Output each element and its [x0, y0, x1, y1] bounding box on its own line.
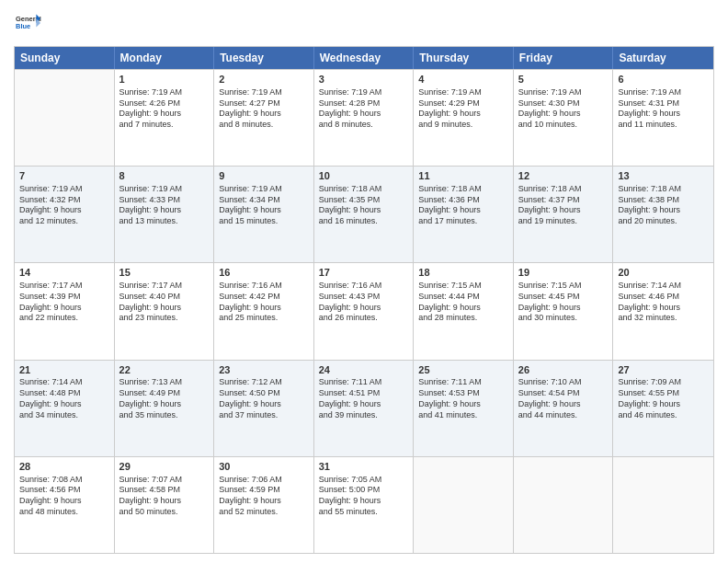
- calendar-row-3: 14Sunrise: 7:17 AM Sunset: 4:39 PM Dayli…: [15, 262, 713, 359]
- cal-cell: 27Sunrise: 7:09 AM Sunset: 4:55 PM Dayli…: [613, 361, 713, 456]
- cal-cell: 19Sunrise: 7:15 AM Sunset: 4:45 PM Dayli…: [514, 263, 614, 359]
- cal-cell: 18Sunrise: 7:15 AM Sunset: 4:44 PM Dayli…: [414, 263, 514, 359]
- calendar-row-1: 1Sunrise: 7:19 AM Sunset: 4:26 PM Daylig…: [15, 69, 713, 166]
- header-cell-thursday: Thursday: [414, 47, 514, 69]
- svg-text:Blue: Blue: [16, 22, 30, 30]
- day-number: 17: [319, 266, 409, 280]
- cal-cell: 11Sunrise: 7:18 AM Sunset: 4:36 PM Dayli…: [414, 167, 514, 262]
- cal-cell: [15, 70, 115, 166]
- day-number: 22: [119, 363, 210, 377]
- cal-cell: 5Sunrise: 7:19 AM Sunset: 4:30 PM Daylig…: [514, 70, 614, 166]
- day-number: 29: [119, 460, 210, 474]
- cell-info: Sunrise: 7:14 AM Sunset: 4:48 PM Dayligh…: [19, 377, 109, 420]
- cal-cell: 14Sunrise: 7:17 AM Sunset: 4:39 PM Dayli…: [15, 263, 115, 359]
- cell-info: Sunrise: 7:15 AM Sunset: 4:45 PM Dayligh…: [518, 281, 609, 324]
- cell-info: Sunrise: 7:19 AM Sunset: 4:30 PM Dayligh…: [518, 87, 609, 131]
- cal-cell: 4Sunrise: 7:19 AM Sunset: 4:29 PM Daylig…: [414, 70, 514, 166]
- header-cell-monday: Monday: [115, 47, 215, 69]
- cell-info: Sunrise: 7:19 AM Sunset: 4:32 PM Dayligh…: [19, 184, 109, 227]
- day-number: 10: [319, 169, 409, 183]
- cell-info: Sunrise: 7:17 AM Sunset: 4:39 PM Dayligh…: [19, 281, 109, 324]
- cal-cell: [414, 457, 514, 553]
- day-number: 11: [418, 169, 508, 183]
- cell-info: Sunrise: 7:18 AM Sunset: 4:36 PM Dayligh…: [418, 184, 508, 227]
- calendar-header: SundayMondayTuesdayWednesdayThursdayFrid…: [15, 47, 713, 69]
- cell-info: Sunrise: 7:16 AM Sunset: 4:43 PM Dayligh…: [319, 281, 409, 324]
- day-number: 9: [219, 169, 309, 183]
- cell-info: Sunrise: 7:19 AM Sunset: 4:33 PM Dayligh…: [119, 184, 210, 227]
- cell-info: Sunrise: 7:19 AM Sunset: 4:28 PM Dayligh…: [319, 87, 409, 131]
- day-number: 6: [618, 73, 709, 86]
- day-number: 24: [319, 363, 409, 377]
- day-number: 21: [19, 363, 109, 377]
- cal-cell: [514, 457, 614, 553]
- header: General Blue: [14, 9, 714, 39]
- calendar-row-2: 7Sunrise: 7:19 AM Sunset: 4:32 PM Daylig…: [15, 166, 713, 262]
- day-number: 30: [219, 460, 309, 474]
- cell-info: Sunrise: 7:07 AM Sunset: 4:58 PM Dayligh…: [119, 475, 210, 518]
- day-number: 27: [618, 363, 709, 377]
- cal-cell: 25Sunrise: 7:11 AM Sunset: 4:53 PM Dayli…: [414, 361, 514, 456]
- cal-cell: 17Sunrise: 7:16 AM Sunset: 4:43 PM Dayli…: [314, 263, 415, 359]
- cal-cell: 24Sunrise: 7:11 AM Sunset: 4:51 PM Dayli…: [314, 361, 415, 456]
- day-number: 31: [319, 460, 409, 474]
- cell-info: Sunrise: 7:11 AM Sunset: 4:53 PM Dayligh…: [418, 377, 508, 420]
- cell-info: Sunrise: 7:10 AM Sunset: 4:54 PM Dayligh…: [518, 377, 609, 420]
- cell-info: Sunrise: 7:18 AM Sunset: 4:37 PM Dayligh…: [518, 184, 609, 227]
- cell-info: Sunrise: 7:19 AM Sunset: 4:26 PM Dayligh…: [119, 87, 210, 131]
- cal-cell: 8Sunrise: 7:19 AM Sunset: 4:33 PM Daylig…: [115, 167, 215, 262]
- cal-cell: 31Sunrise: 7:05 AM Sunset: 5:00 PM Dayli…: [314, 457, 415, 553]
- cal-cell: [613, 457, 713, 553]
- day-number: 20: [618, 266, 709, 280]
- day-number: 8: [119, 169, 210, 183]
- header-cell-friday: Friday: [514, 47, 614, 69]
- cell-info: Sunrise: 7:19 AM Sunset: 4:34 PM Dayligh…: [219, 184, 309, 227]
- calendar-row-4: 21Sunrise: 7:14 AM Sunset: 4:48 PM Dayli…: [15, 360, 713, 456]
- cal-cell: 30Sunrise: 7:06 AM Sunset: 4:59 PM Dayli…: [214, 457, 314, 553]
- cal-cell: 22Sunrise: 7:13 AM Sunset: 4:49 PM Dayli…: [115, 361, 215, 456]
- cell-info: Sunrise: 7:16 AM Sunset: 4:42 PM Dayligh…: [219, 281, 309, 324]
- day-number: 26: [518, 363, 609, 377]
- cal-cell: 28Sunrise: 7:08 AM Sunset: 4:56 PM Dayli…: [15, 457, 115, 553]
- cell-info: Sunrise: 7:15 AM Sunset: 4:44 PM Dayligh…: [418, 281, 508, 324]
- day-number: 28: [19, 460, 109, 474]
- day-number: 13: [618, 169, 709, 183]
- day-number: 25: [418, 363, 508, 377]
- header-cell-sunday: Sunday: [15, 47, 115, 69]
- cell-info: Sunrise: 7:19 AM Sunset: 4:29 PM Dayligh…: [418, 87, 508, 131]
- day-number: 15: [119, 266, 210, 280]
- header-cell-tuesday: Tuesday: [214, 47, 314, 69]
- cal-cell: 1Sunrise: 7:19 AM Sunset: 4:26 PM Daylig…: [115, 70, 215, 166]
- cell-info: Sunrise: 7:18 AM Sunset: 4:35 PM Dayligh…: [319, 184, 409, 227]
- cal-cell: 15Sunrise: 7:17 AM Sunset: 4:40 PM Dayli…: [115, 263, 215, 359]
- day-number: 16: [219, 266, 309, 280]
- cell-info: Sunrise: 7:06 AM Sunset: 4:59 PM Dayligh…: [219, 475, 309, 518]
- day-number: 7: [19, 169, 109, 183]
- day-number: 18: [418, 266, 508, 280]
- logo-icon: General Blue: [16, 9, 41, 35]
- cal-cell: 10Sunrise: 7:18 AM Sunset: 4:35 PM Dayli…: [314, 167, 415, 262]
- cal-cell: 16Sunrise: 7:16 AM Sunset: 4:42 PM Dayli…: [214, 263, 314, 359]
- day-number: 12: [518, 169, 609, 183]
- day-number: 23: [219, 363, 309, 377]
- cell-info: Sunrise: 7:13 AM Sunset: 4:49 PM Dayligh…: [119, 377, 210, 420]
- cal-cell: 6Sunrise: 7:19 AM Sunset: 4:31 PM Daylig…: [613, 70, 713, 166]
- cell-info: Sunrise: 7:14 AM Sunset: 4:46 PM Dayligh…: [618, 281, 709, 324]
- cell-info: Sunrise: 7:19 AM Sunset: 4:31 PM Dayligh…: [618, 87, 709, 131]
- cal-cell: 23Sunrise: 7:12 AM Sunset: 4:50 PM Dayli…: [214, 361, 314, 456]
- cell-info: Sunrise: 7:11 AM Sunset: 4:51 PM Dayligh…: [319, 377, 409, 420]
- cell-info: Sunrise: 7:19 AM Sunset: 4:27 PM Dayligh…: [219, 87, 309, 131]
- cal-cell: 2Sunrise: 7:19 AM Sunset: 4:27 PM Daylig…: [214, 70, 314, 166]
- cal-cell: 12Sunrise: 7:18 AM Sunset: 4:37 PM Dayli…: [514, 167, 614, 262]
- cal-cell: 26Sunrise: 7:10 AM Sunset: 4:54 PM Dayli…: [514, 361, 614, 456]
- header-cell-wednesday: Wednesday: [314, 47, 415, 69]
- cell-info: Sunrise: 7:17 AM Sunset: 4:40 PM Dayligh…: [119, 281, 210, 324]
- day-number: 19: [518, 266, 609, 280]
- day-number: 14: [19, 266, 109, 280]
- cal-cell: 20Sunrise: 7:14 AM Sunset: 4:46 PM Dayli…: [613, 263, 713, 359]
- cal-cell: 13Sunrise: 7:18 AM Sunset: 4:38 PM Dayli…: [613, 167, 713, 262]
- logo: General Blue: [14, 9, 41, 39]
- page: General Blue SundayMondayTuesdayWednesda…: [0, 0, 728, 563]
- day-number: 1: [119, 73, 210, 86]
- cal-cell: 29Sunrise: 7:07 AM Sunset: 4:58 PM Dayli…: [115, 457, 215, 553]
